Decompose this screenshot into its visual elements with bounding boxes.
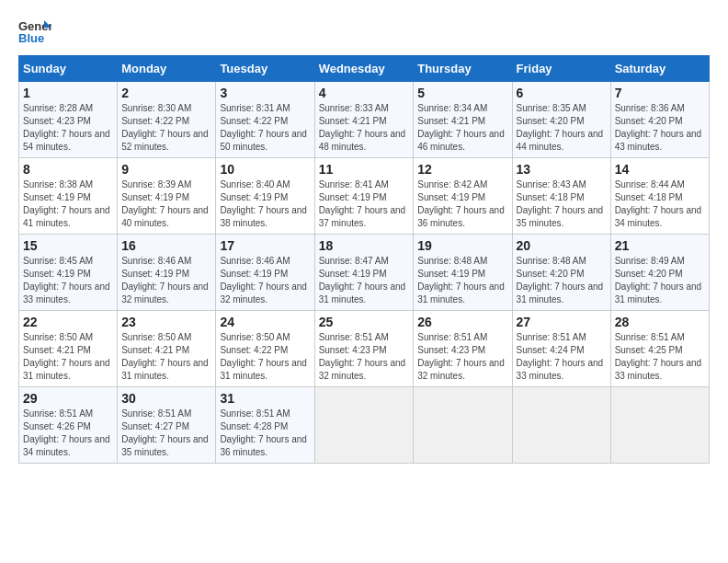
calendar-cell: 16Sunrise: 8:46 AMSunset: 4:19 PMDayligh…: [118, 235, 216, 311]
calendar-week-row: 22Sunrise: 8:50 AMSunset: 4:21 PMDayligh…: [19, 311, 710, 387]
day-info: Sunrise: 8:46 AMSunset: 4:19 PMDaylight:…: [121, 255, 211, 306]
day-of-week-header: Monday: [118, 56, 216, 82]
calendar-week-row: 29Sunrise: 8:51 AMSunset: 4:26 PMDayligh…: [19, 387, 710, 464]
day-info: Sunrise: 8:38 AMSunset: 4:19 PMDaylight:…: [23, 178, 113, 230]
day-number: 2: [121, 86, 211, 100]
calendar-cell: 7Sunrise: 8:36 AMSunset: 4:20 PMDaylight…: [610, 82, 709, 158]
day-number: 24: [220, 315, 310, 329]
day-number: 7: [615, 86, 705, 100]
day-info: Sunrise: 8:45 AMSunset: 4:19 PMDaylight:…: [23, 255, 113, 306]
day-number: 6: [517, 86, 607, 100]
header-row: SundayMondayTuesdayWednesdayThursdayFrid…: [19, 56, 710, 82]
calendar-cell: 3Sunrise: 8:31 AMSunset: 4:22 PMDaylight…: [216, 82, 314, 158]
day-number: 15: [23, 238, 113, 253]
day-number: 4: [319, 86, 410, 100]
day-number: 18: [319, 238, 410, 253]
day-info: Sunrise: 8:51 AMSunset: 4:27 PMDaylight:…: [121, 408, 211, 459]
day-number: 5: [417, 86, 507, 100]
calendar-cell: 31Sunrise: 8:51 AMSunset: 4:28 PMDayligh…: [216, 387, 314, 464]
calendar-cell: 6Sunrise: 8:35 AMSunset: 4:20 PMDaylight…: [512, 82, 610, 158]
day-of-week-header: Sunday: [19, 56, 118, 82]
day-number: 10: [220, 162, 310, 177]
day-info: Sunrise: 8:51 AMSunset: 4:23 PMDaylight:…: [417, 331, 507, 383]
calendar-cell: 13Sunrise: 8:43 AMSunset: 4:18 PMDayligh…: [512, 158, 610, 235]
calendar-cell: 20Sunrise: 8:48 AMSunset: 4:20 PMDayligh…: [512, 235, 610, 311]
calendar-cell: 15Sunrise: 8:45 AMSunset: 4:19 PMDayligh…: [19, 235, 118, 311]
day-info: Sunrise: 8:50 AMSunset: 4:22 PMDaylight:…: [220, 331, 310, 383]
calendar-cell: [314, 387, 414, 464]
calendar-cell: 17Sunrise: 8:46 AMSunset: 4:19 PMDayligh…: [216, 235, 314, 311]
day-info: Sunrise: 8:28 AMSunset: 4:23 PMDaylight:…: [23, 102, 113, 154]
day-info: Sunrise: 8:49 AMSunset: 4:20 PMDaylight:…: [615, 255, 705, 306]
day-of-week-header: Saturday: [610, 56, 709, 82]
calendar-cell: 11Sunrise: 8:41 AMSunset: 4:19 PMDayligh…: [314, 158, 414, 235]
day-info: Sunrise: 8:51 AMSunset: 4:23 PMDaylight:…: [319, 331, 410, 383]
day-info: Sunrise: 8:36 AMSunset: 4:20 PMDaylight:…: [615, 102, 705, 154]
calendar-cell: 1Sunrise: 8:28 AMSunset: 4:23 PMDaylight…: [19, 82, 118, 158]
day-info: Sunrise: 8:41 AMSunset: 4:19 PMDaylight:…: [319, 178, 410, 230]
header: General Blue: [18, 18, 710, 46]
calendar-cell: 4Sunrise: 8:33 AMSunset: 4:21 PMDaylight…: [314, 82, 414, 158]
day-of-week-header: Friday: [512, 56, 610, 82]
day-info: Sunrise: 8:47 AMSunset: 4:19 PMDaylight:…: [319, 255, 410, 306]
day-number: 27: [517, 315, 607, 329]
day-info: Sunrise: 8:43 AMSunset: 4:18 PMDaylight:…: [517, 178, 607, 230]
day-info: Sunrise: 8:51 AMSunset: 4:28 PMDaylight:…: [220, 408, 310, 459]
day-number: 3: [220, 86, 310, 100]
day-number: 23: [121, 315, 211, 329]
day-info: Sunrise: 8:44 AMSunset: 4:18 PMDaylight:…: [615, 178, 705, 230]
day-info: Sunrise: 8:30 AMSunset: 4:22 PMDaylight:…: [121, 102, 211, 154]
day-number: 31: [220, 391, 310, 406]
day-number: 13: [517, 162, 607, 177]
day-number: 19: [417, 238, 507, 253]
calendar-cell: 10Sunrise: 8:40 AMSunset: 4:19 PMDayligh…: [216, 158, 314, 235]
day-number: 17: [220, 238, 310, 253]
calendar-cell: 19Sunrise: 8:48 AMSunset: 4:19 PMDayligh…: [414, 235, 512, 311]
calendar-cell: 21Sunrise: 8:49 AMSunset: 4:20 PMDayligh…: [610, 235, 709, 311]
day-info: Sunrise: 8:35 AMSunset: 4:20 PMDaylight:…: [517, 102, 607, 154]
calendar-cell: 18Sunrise: 8:47 AMSunset: 4:19 PMDayligh…: [314, 235, 414, 311]
calendar-cell: 25Sunrise: 8:51 AMSunset: 4:23 PMDayligh…: [314, 311, 414, 387]
calendar-cell: 5Sunrise: 8:34 AMSunset: 4:21 PMDaylight…: [414, 82, 512, 158]
day-number: 28: [615, 315, 705, 329]
day-number: 14: [615, 162, 705, 177]
calendar-week-row: 15Sunrise: 8:45 AMSunset: 4:19 PMDayligh…: [19, 235, 710, 311]
calendar-cell: 23Sunrise: 8:50 AMSunset: 4:21 PMDayligh…: [118, 311, 216, 387]
day-number: 20: [517, 238, 607, 253]
day-of-week-header: Tuesday: [216, 56, 314, 82]
day-info: Sunrise: 8:34 AMSunset: 4:21 PMDaylight:…: [417, 102, 507, 154]
day-info: Sunrise: 8:46 AMSunset: 4:19 PMDaylight:…: [220, 255, 310, 306]
day-info: Sunrise: 8:48 AMSunset: 4:19 PMDaylight:…: [417, 255, 507, 306]
day-number: 29: [23, 391, 113, 406]
calendar-cell: 2Sunrise: 8:30 AMSunset: 4:22 PMDaylight…: [118, 82, 216, 158]
calendar-cell: [512, 387, 610, 464]
day-number: 8: [23, 162, 113, 177]
day-number: 30: [121, 391, 211, 406]
day-info: Sunrise: 8:33 AMSunset: 4:21 PMDaylight:…: [319, 102, 410, 154]
day-number: 26: [417, 315, 507, 329]
calendar-cell: 8Sunrise: 8:38 AMSunset: 4:19 PMDaylight…: [19, 158, 118, 235]
day-info: Sunrise: 8:51 AMSunset: 4:25 PMDaylight:…: [615, 331, 705, 383]
calendar-cell: [610, 387, 709, 464]
calendar-week-row: 8Sunrise: 8:38 AMSunset: 4:19 PMDaylight…: [19, 158, 710, 235]
day-number: 16: [121, 238, 211, 253]
day-number: 12: [417, 162, 507, 177]
day-number: 25: [319, 315, 410, 329]
calendar-cell: [414, 387, 512, 464]
day-info: Sunrise: 8:39 AMSunset: 4:19 PMDaylight:…: [121, 178, 211, 230]
calendar-cell: 28Sunrise: 8:51 AMSunset: 4:25 PMDayligh…: [610, 311, 709, 387]
calendar-cell: 30Sunrise: 8:51 AMSunset: 4:27 PMDayligh…: [118, 387, 216, 464]
day-info: Sunrise: 8:31 AMSunset: 4:22 PMDaylight:…: [220, 102, 310, 154]
calendar-cell: 14Sunrise: 8:44 AMSunset: 4:18 PMDayligh…: [610, 158, 709, 235]
day-info: Sunrise: 8:42 AMSunset: 4:19 PMDaylight:…: [417, 178, 507, 230]
calendar-cell: 24Sunrise: 8:50 AMSunset: 4:22 PMDayligh…: [216, 311, 314, 387]
calendar-cell: 26Sunrise: 8:51 AMSunset: 4:23 PMDayligh…: [414, 311, 512, 387]
svg-text:Blue: Blue: [18, 31, 44, 45]
day-info: Sunrise: 8:51 AMSunset: 4:24 PMDaylight:…: [517, 331, 607, 383]
day-info: Sunrise: 8:50 AMSunset: 4:21 PMDaylight:…: [121, 331, 211, 383]
calendar-cell: 29Sunrise: 8:51 AMSunset: 4:26 PMDayligh…: [19, 387, 118, 464]
day-number: 9: [121, 162, 211, 177]
day-info: Sunrise: 8:40 AMSunset: 4:19 PMDaylight:…: [220, 178, 310, 230]
calendar-table: SundayMondayTuesdayWednesdayThursdayFrid…: [18, 55, 710, 464]
day-number: 22: [23, 315, 113, 329]
